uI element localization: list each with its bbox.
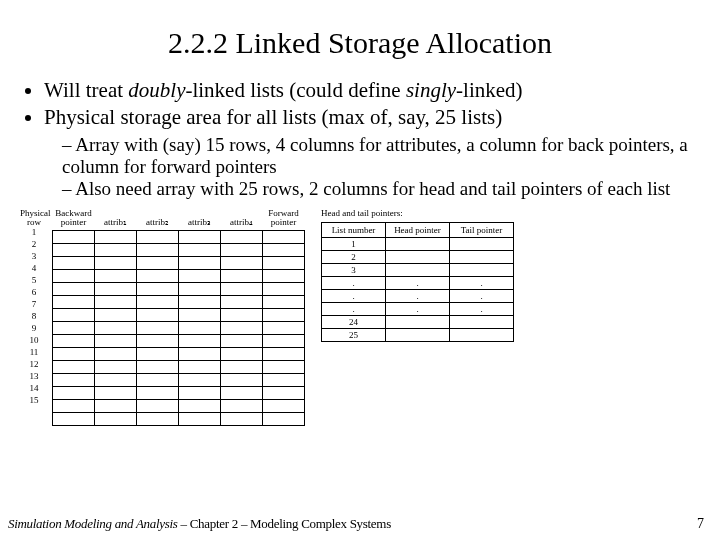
cell: 1 [322, 237, 386, 250]
col-listnum: List number [322, 222, 386, 237]
table-row [53, 269, 305, 282]
row-number-column: Physical row 1 2 3 4 5 6 7 8 9 10 11 12 … [20, 208, 48, 408]
table-row [53, 321, 305, 334]
cell: . [450, 289, 514, 302]
col-forward: Forward pointer [263, 208, 305, 231]
pointer-body: 1 2 3 ... ... ... 24 25 [322, 237, 514, 341]
right-title: Head and tail pointers: [321, 208, 514, 218]
cell: 3 [322, 263, 386, 276]
table-row [53, 399, 305, 412]
cell: . [386, 276, 450, 289]
book-title: Simulation Modeling and Analysis [8, 516, 178, 531]
table-row: 1 [322, 237, 514, 250]
em-doubly: doubly [128, 78, 185, 102]
table-row: ... [322, 302, 514, 315]
table-row: 25 [322, 328, 514, 341]
main-bullets: Will treat doubly-linked lists (could de… [18, 78, 702, 130]
table-row: ... [322, 289, 514, 302]
figures-row: Physical row 1 2 3 4 5 6 7 8 9 10 11 12 … [18, 208, 702, 426]
cell: 2 [322, 250, 386, 263]
table-row: 2 [322, 250, 514, 263]
cell: . [322, 289, 386, 302]
col-attrib3: attrib₃ [179, 208, 221, 231]
col-headptr: Head pointer [386, 222, 450, 237]
cell: . [386, 289, 450, 302]
cell: . [386, 302, 450, 315]
col-attrib2: attrib₂ [137, 208, 179, 231]
text: Will treat [44, 78, 128, 102]
table-row [53, 243, 305, 256]
cell: 24 [322, 315, 386, 328]
text: pointer [265, 218, 303, 227]
text: -linked) [456, 78, 522, 102]
table-row [53, 308, 305, 321]
cell: 25 [322, 328, 386, 341]
table-row [53, 230, 305, 243]
sub-2: Also need array with 25 rows, 2 columns … [62, 178, 702, 200]
em-singly: singly [406, 78, 456, 102]
bullet-2: Physical storage area for all lists (max… [44, 105, 702, 130]
table-row [53, 412, 305, 425]
cell: . [450, 302, 514, 315]
footer-citation: Simulation Modeling and Analysis – Chapt… [8, 516, 391, 532]
table-row [53, 373, 305, 386]
row-header: Physical row [20, 208, 48, 228]
sub-bullets: Array with (say) 15 rows, 4 columns for … [18, 134, 702, 200]
sub-1: Array with (say) 15 rows, 4 columns for … [62, 134, 702, 178]
table-row [53, 347, 305, 360]
page-title: 2.2.2 Linked Storage Allocation [18, 26, 702, 60]
table-row [53, 282, 305, 295]
pointer-table: List number Head pointer Tail pointer 1 … [321, 222, 514, 342]
col-attrib1: attrib₁ [95, 208, 137, 231]
col-tailptr: Tail pointer [450, 222, 514, 237]
text: pointer [55, 218, 93, 227]
left-table-wrap: Physical row 1 2 3 4 5 6 7 8 9 10 11 12 … [20, 208, 305, 426]
chapter-text: – Chapter 2 – Modeling Complex Systems [178, 516, 391, 531]
table-row: 3 [322, 263, 514, 276]
storage-table: Backward pointer attrib₁ attrib₂ attrib₃… [52, 208, 305, 426]
cell: . [322, 302, 386, 315]
table-row [53, 360, 305, 373]
table-row: 24 [322, 315, 514, 328]
table-row [53, 386, 305, 399]
bullet-1: Will treat doubly-linked lists (could de… [44, 78, 702, 103]
table-row [53, 295, 305, 308]
storage-body [53, 230, 305, 425]
table-row [53, 256, 305, 269]
table-row: ... [322, 276, 514, 289]
col-attrib4: attrib₄ [221, 208, 263, 231]
cell: . [322, 276, 386, 289]
text: -linked lists (could define [185, 78, 405, 102]
right-side: Head and tail pointers: List number Head… [321, 208, 514, 342]
rownum: 15 [20, 396, 48, 408]
slide: 2.2.2 Linked Storage Allocation Will tre… [0, 0, 720, 540]
page-number: 7 [697, 516, 704, 532]
table-row [53, 334, 305, 347]
cell: . [450, 276, 514, 289]
col-backward: Backward pointer [53, 208, 95, 231]
